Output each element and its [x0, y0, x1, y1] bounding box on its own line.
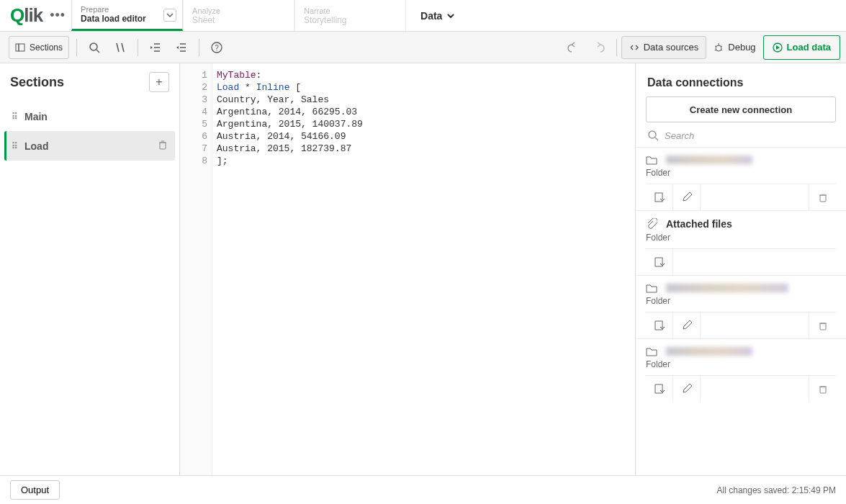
svg-point-12 [212, 42, 222, 53]
svg-line-18 [715, 50, 716, 50]
svg-rect-31 [820, 323, 826, 330]
nav-prepare-label: Data load editor [81, 14, 174, 24]
qlik-logo[interactable]: Qlik [10, 4, 42, 27]
load-data-button[interactable]: Load data [763, 35, 840, 60]
connection-item: Folder [636, 338, 846, 402]
svg-line-19 [721, 50, 722, 50]
comment-icon[interactable] [107, 35, 133, 60]
nav-narrate-category: Narrate [304, 6, 397, 15]
create-connection-button[interactable]: Create new connection [646, 96, 836, 122]
redo-icon[interactable] [586, 35, 612, 60]
output-button[interactable]: Output [10, 480, 60, 500]
connection-search[interactable]: Search [636, 130, 846, 147]
search-icon[interactable] [81, 35, 107, 60]
data-dropdown[interactable]: Data [406, 0, 469, 31]
delete-icon[interactable] [809, 312, 836, 338]
folder-icon [646, 283, 657, 293]
data-connections-title: Data connections [636, 63, 846, 96]
line-number-gutter: 12345678 [180, 63, 212, 475]
sections-toggle-button[interactable]: Sections [9, 36, 69, 59]
connection-type: Folder [646, 356, 836, 375]
attached-files-label: Attached files [666, 218, 732, 230]
connection-item: Folder [636, 275, 846, 338]
nav-analyze-category: Analyze [192, 6, 285, 15]
data-dropdown-label: Data [420, 10, 442, 22]
svg-line-4 [117, 43, 119, 52]
add-section-button[interactable]: + [149, 72, 169, 92]
select-data-icon[interactable] [646, 376, 673, 402]
svg-rect-33 [655, 384, 662, 393]
save-status: All changes saved: 2:15:49 PM [717, 485, 836, 495]
svg-rect-30 [655, 321, 662, 330]
folder-icon [646, 346, 657, 356]
select-data-icon[interactable] [646, 184, 673, 210]
load-data-label: Load data [787, 42, 831, 53]
debug-button[interactable]: Debug [706, 36, 762, 59]
connection-item: Folder [636, 147, 846, 210]
connection-type: Folder [646, 165, 836, 184]
code-content[interactable]: MyTable: Load * Inline [ Country, Year, … [212, 63, 636, 475]
svg-line-16 [715, 46, 716, 47]
select-data-icon[interactable] [646, 312, 673, 338]
data-sources-label: Data sources [644, 42, 699, 53]
drag-handle-icon: ⠿ [12, 141, 17, 151]
indent-icon[interactable] [143, 35, 168, 60]
undo-icon[interactable] [560, 35, 586, 60]
redacted-text [666, 156, 752, 164]
redacted-text [666, 347, 752, 356]
svg-point-14 [716, 45, 721, 51]
code-editor[interactable]: 12345678 MyTable: Load * Inline [ Countr… [180, 63, 636, 475]
svg-rect-1 [19, 44, 24, 51]
nav-narrate-label: Storytelling [304, 15, 397, 25]
svg-rect-21 [160, 143, 166, 149]
svg-line-5 [122, 43, 124, 52]
attachment-icon [646, 218, 657, 230]
connection-type: Folder [646, 293, 836, 312]
nav-prepare[interactable]: Prepare Data load editor [71, 0, 183, 31]
nav-analyze-label: Sheet [192, 15, 285, 25]
svg-point-20 [773, 43, 782, 52]
svg-point-2 [90, 43, 97, 50]
connection-item-attached: Attached files Folder [636, 210, 846, 275]
svg-line-17 [721, 46, 722, 47]
edit-icon[interactable] [673, 184, 701, 210]
sections-panel-title: Sections [10, 75, 64, 90]
svg-rect-34 [820, 387, 826, 393]
svg-rect-27 [820, 195, 826, 202]
section-label: Load [24, 140, 48, 152]
search-placeholder: Search [665, 130, 694, 141]
section-item-main[interactable]: ⠿ Main [4, 102, 175, 131]
more-menu-icon[interactable]: ••• [50, 8, 66, 23]
nav-analyze: Analyze Sheet [183, 0, 294, 31]
drag-handle-icon: ⠿ [12, 112, 17, 122]
outdent-icon[interactable] [168, 35, 194, 60]
svg-rect-26 [655, 193, 662, 202]
data-sources-button[interactable]: Data sources [621, 36, 707, 59]
svg-point-24 [649, 131, 656, 138]
connection-type: Folder [646, 230, 836, 248]
select-data-icon[interactable] [646, 249, 673, 275]
delete-icon[interactable] [809, 376, 836, 402]
delete-section-icon[interactable] [158, 140, 168, 152]
svg-rect-0 [16, 44, 19, 51]
svg-rect-29 [655, 258, 662, 266]
edit-icon[interactable] [673, 312, 701, 338]
debug-label: Debug [728, 42, 755, 53]
help-icon[interactable]: ? [204, 35, 230, 60]
chevron-down-icon[interactable] [163, 9, 176, 22]
svg-text:?: ? [215, 44, 219, 52]
section-item-load[interactable]: ⠿ Load [4, 131, 175, 161]
nav-narrate: Narrate Storytelling [294, 0, 406, 31]
redacted-text [666, 284, 788, 292]
delete-icon[interactable] [809, 184, 836, 210]
nav-prepare-category: Prepare [81, 5, 174, 14]
folder-icon [646, 155, 657, 165]
section-label: Main [24, 111, 48, 122]
edit-icon[interactable] [673, 376, 701, 402]
svg-line-3 [96, 50, 99, 53]
sections-toggle-label: Sections [30, 42, 63, 53]
svg-line-25 [655, 138, 658, 140]
